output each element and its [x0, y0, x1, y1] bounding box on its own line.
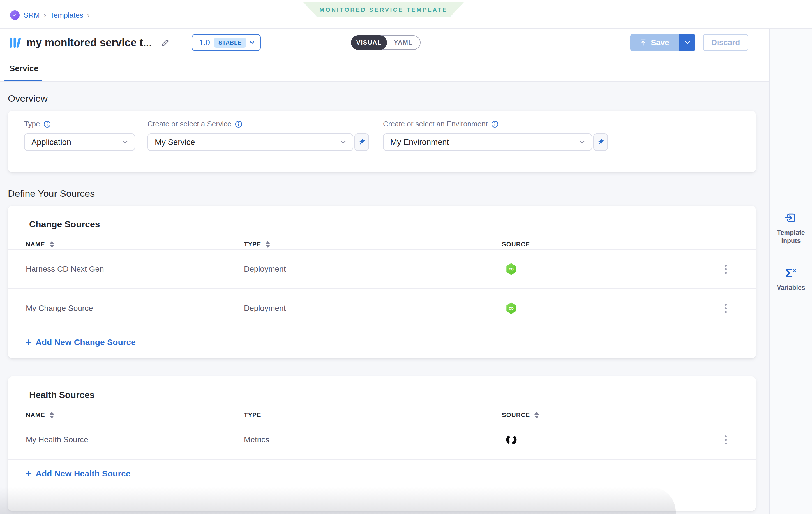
- toggle-visual[interactable]: VISUAL: [351, 35, 387, 50]
- change-source-name: My Change Source: [26, 304, 244, 313]
- column-header-source[interactable]: SOURCE: [494, 412, 709, 419]
- discard-button[interactable]: Discard: [703, 34, 748, 51]
- overview-card: Type Application: [8, 111, 756, 172]
- page-title: my monitored service t...: [26, 37, 152, 49]
- pin-service-button[interactable]: [354, 133, 369, 151]
- active-tab-underline: [4, 80, 42, 81]
- content-area: Overview Type Application: [0, 82, 770, 514]
- define-sources-heading: Define Your Sources: [8, 188, 770, 199]
- column-header-type[interactable]: TYPE: [244, 241, 494, 248]
- info-icon[interactable]: [235, 120, 242, 128]
- pin-environment-button[interactable]: [593, 133, 608, 151]
- health-sources-title: Health Sources: [29, 390, 756, 400]
- tab-service[interactable]: Service: [9, 64, 38, 73]
- health-source-type: Metrics: [244, 435, 494, 444]
- ribbon-label: MONITORED SERVICE TEMPLATE: [319, 6, 447, 13]
- save-button[interactable]: Save: [630, 34, 678, 51]
- sort-icon: [265, 241, 270, 248]
- type-select[interactable]: Application: [24, 133, 135, 151]
- chevron-down-icon: [684, 39, 691, 47]
- change-sources-title: Change Sources: [29, 219, 756, 230]
- change-source-type: Deployment: [244, 265, 494, 274]
- table-row[interactable]: Harness CD Next Gen Deployment ∞: [8, 250, 756, 289]
- column-header-name[interactable]: NAME: [26, 412, 244, 419]
- column-header-source: SOURCE: [494, 241, 709, 248]
- breadcrumb-link-templates[interactable]: Templates: [50, 11, 83, 20]
- variables-sigma-icon: Σ×: [785, 267, 796, 279]
- plus-icon: +: [26, 337, 32, 347]
- edit-title-button[interactable]: [160, 37, 171, 48]
- info-icon[interactable]: [43, 120, 51, 128]
- harness-cd-icon: ∞: [506, 302, 517, 314]
- environment-select[interactable]: My Environment: [383, 133, 592, 151]
- upload-arrow-icon: [640, 39, 647, 46]
- info-icon[interactable]: [491, 120, 499, 128]
- sort-icon: [534, 412, 539, 418]
- column-header-name[interactable]: NAME: [26, 241, 244, 248]
- health-sources-card: Health Sources NAME TYPE SOURCE: [8, 376, 756, 511]
- version-selector[interactable]: 1.0 STABLE: [192, 34, 261, 51]
- chevron-down-icon: [121, 138, 129, 146]
- template-inputs-icon: [785, 211, 798, 224]
- change-source-type: Deployment: [244, 304, 494, 313]
- add-new-change-source-button[interactable]: + Add New Change Source: [26, 337, 756, 359]
- table-row[interactable]: My Change Source Deployment ∞: [8, 289, 756, 328]
- field-label-service: Create or select a Service: [147, 120, 231, 128]
- chevron-down-icon: [249, 39, 256, 46]
- change-source-name: Harness CD Next Gen: [26, 265, 244, 274]
- row-menu-button[interactable]: [721, 261, 730, 277]
- table-row[interactable]: My Health Source Metrics: [8, 420, 756, 460]
- save-options-button[interactable]: [678, 34, 695, 51]
- breadcrumb-link-srm[interactable]: SRM: [24, 11, 40, 20]
- row-menu-button[interactable]: [721, 300, 730, 316]
- tab-bar: Service: [0, 57, 770, 82]
- template-header: my monitored service t... 1.0 STABLE VIS…: [0, 29, 770, 57]
- sort-icon: [50, 412, 54, 418]
- chevron-down-icon: [339, 138, 347, 146]
- pushpin-icon: [596, 137, 606, 147]
- template-library-icon: [9, 36, 21, 49]
- chevron-right-icon: ›: [87, 11, 90, 20]
- visual-yaml-toggle: VISUAL YAML: [351, 35, 420, 50]
- field-label-environment: Create or select an Environment: [383, 120, 488, 128]
- rail-item-label: Variables: [774, 283, 808, 292]
- pushpin-icon: [357, 137, 367, 147]
- template-inputs-button[interactable]: Template Inputs: [770, 211, 812, 245]
- sort-icon: [50, 241, 54, 248]
- toggle-yaml[interactable]: YAML: [386, 36, 420, 49]
- appdynamics-icon: [506, 434, 517, 445]
- version-stable-badge: STABLE: [214, 38, 246, 48]
- service-select[interactable]: My Service: [147, 133, 353, 151]
- row-menu-button[interactable]: [721, 432, 730, 448]
- chevron-right-icon: ›: [44, 11, 46, 20]
- srm-module-icon: ✓: [10, 10, 20, 20]
- health-source-name: My Health Source: [26, 435, 244, 444]
- main-column: my monitored service t... 1.0 STABLE VIS…: [0, 29, 770, 514]
- change-sources-header-row: NAME TYPE SOURCE: [8, 230, 756, 250]
- change-sources-card: Change Sources NAME TYPE SOURCE: [8, 206, 756, 359]
- column-header-type: TYPE: [244, 412, 494, 419]
- harness-cd-icon: ∞: [506, 263, 517, 275]
- monitored-service-template-page: MONITORED SERVICE TEMPLATE ✓ SRM › Templ…: [0, 0, 812, 514]
- chevron-down-icon: [578, 138, 586, 146]
- plus-icon: +: [26, 468, 32, 479]
- right-rail: Template Inputs Σ× Variables: [770, 29, 812, 514]
- variables-button[interactable]: Σ× Variables: [770, 267, 812, 292]
- rail-item-label: Template Inputs: [774, 229, 808, 245]
- version-number: 1.0: [199, 38, 210, 47]
- add-new-health-source-button[interactable]: + Add New Health Source: [26, 468, 756, 490]
- pencil-icon: [161, 38, 170, 47]
- field-label-type: Type: [24, 120, 40, 128]
- monitored-service-template-ribbon: MONITORED SERVICE TEMPLATE: [303, 2, 464, 18]
- health-sources-header-row: NAME TYPE SOURCE: [8, 400, 756, 420]
- overview-heading: Overview: [8, 93, 770, 104]
